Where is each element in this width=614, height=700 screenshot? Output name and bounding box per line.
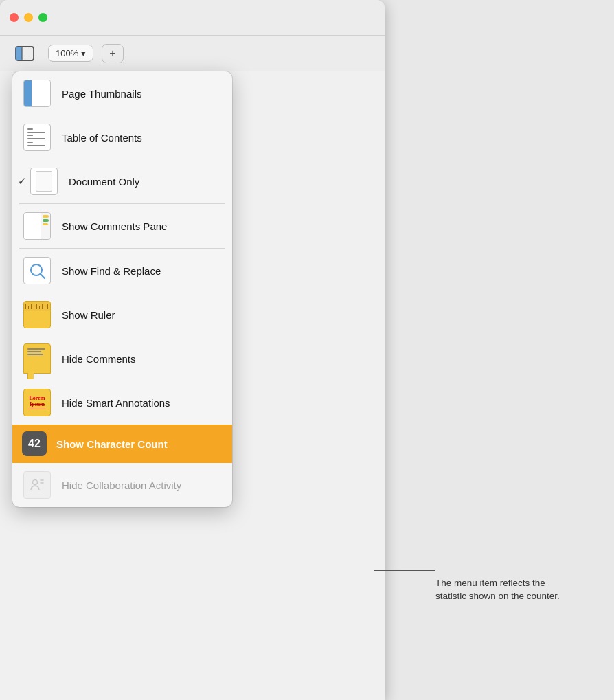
callout-line [374,570,435,571]
toolbar: 100% ▾ + [0,36,385,71]
menu-item-toc-label: Table of Contents [62,132,142,144]
toc-icon [22,122,52,153]
menu-item-show-ruler[interactable]: Show Ruler [12,293,232,337]
callout: The menu item reflects the statistic sho… [435,577,573,603]
add-icon: + [109,47,115,59]
find-replace-icon [22,256,52,286]
menu-item-hide-collaboration-activity: Hide Collaboration Activity [12,463,232,507]
collaboration-icon [22,470,52,500]
character-count-badge: 42 [22,431,47,456]
zoom-label: 100% [56,48,78,58]
sidebar-toggle-button[interactable] [10,42,40,65]
menu-item-find-replace-label: Show Find & Replace [62,265,161,277]
menu-item-document-only-label: Document Only [69,176,139,188]
menu-item-page-thumbnails-label: Page Thumbnails [62,88,141,100]
menu-item-hide-comments[interactable]: Hide Comments [12,337,232,381]
menu-item-show-find-replace[interactable]: Show Find & Replace [12,249,232,293]
view-dropdown-menu: Page Thumbnails Table of Contents ✓ [12,71,232,507]
close-button[interactable] [10,13,19,22]
menu-item-table-of-contents[interactable]: Table of Contents [12,115,232,159]
minimize-button[interactable] [24,13,33,22]
menu-item-show-comments-pane-label: Show Comments Pane [62,221,167,232]
titlebar [0,0,385,36]
checkmark-icon: ✓ [18,175,27,188]
menu-item-document-only[interactable]: ✓ Document Only [12,159,232,203]
zoom-arrow: ▾ [81,48,86,58]
menu-item-page-thumbnails[interactable]: Page Thumbnails [12,71,232,115]
menu-item-show-character-count[interactable]: 42 Show Character Count [12,425,232,463]
menu-item-hide-smart-annotations-label: Hide Smart Annotations [62,397,170,409]
svg-point-5 [33,480,38,485]
hide-comments-icon [22,343,52,374]
app-window: 100% ▾ + Page Thumbnails [0,0,385,700]
page-thumbnails-icon [22,78,52,109]
character-count-value: 42 [28,438,41,450]
add-button[interactable]: + [102,44,123,63]
callout-text: The menu item reflects the statistic sho… [435,578,560,601]
menu-item-hide-comments-label: Hide Comments [62,353,136,365]
zoom-button[interactable]: 100% ▾ [48,45,93,62]
menu-item-show-comments-pane[interactable]: Show Comments Pane [12,204,232,248]
menu-item-show-ruler-label: Show Ruler [62,309,115,321]
menu-item-show-character-count-label: Show Character Count [56,438,168,450]
comments-pane-icon [22,211,52,241]
maximize-button[interactable] [38,13,47,22]
annotations-icon: LoremIpsum [22,387,52,418]
svg-line-4 [41,274,45,278]
menu-item-hide-smart-annotations[interactable]: LoremIpsum Hide Smart Annotations [12,381,232,425]
svg-rect-1 [16,47,22,60]
sidebar-icon [15,45,34,62]
document-only-icon [29,166,59,196]
menu-item-hide-collaboration-label: Hide Collaboration Activity [62,479,181,491]
ruler-icon [22,300,52,330]
